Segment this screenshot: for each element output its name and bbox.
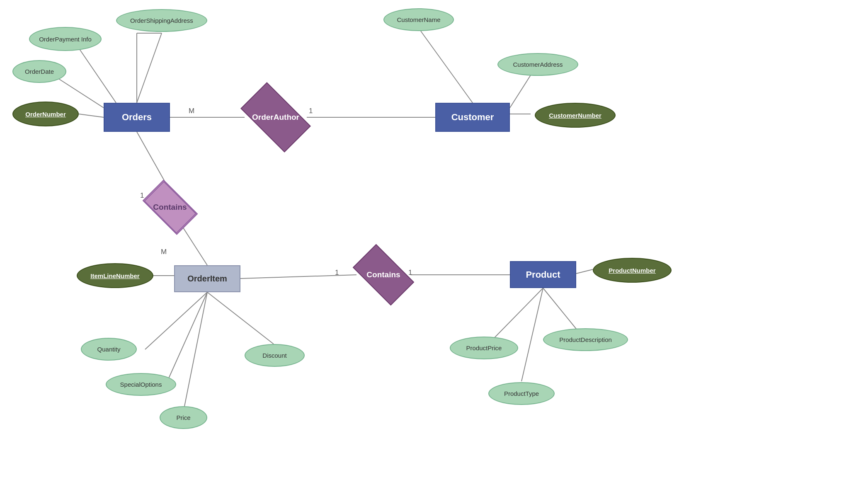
attr-ordershippingaddress: OrderShippingAddress [116,9,207,32]
cardinality-1c: 1 [335,269,339,277]
relationship-orderauthor: OrderAuthor [245,99,307,136]
attr-productnumber: ProductNumber [593,258,672,283]
svg-line-24 [576,269,593,274]
attr-quantity: Quantity [81,338,137,361]
relationship-contains2: Contains [357,258,410,291]
entity-customer: Customer [435,103,510,132]
svg-line-20 [207,292,274,344]
attr-ordernumber: OrderNumber [12,102,79,126]
attr-customernumber: CustomerNumber [535,103,616,128]
entity-orderitem: OrderItem [174,265,240,292]
svg-line-19 [184,292,207,406]
attr-discount: Discount [245,344,305,367]
entity-orders: Orders [104,103,170,132]
svg-line-2 [79,114,104,117]
svg-line-17 [145,292,207,349]
attr-customeraddress: CustomerAddress [497,53,578,76]
relationship-contains1: Contains [143,191,197,224]
cardinality-1d: 1 [408,269,412,277]
attr-itemlinenumber: ItemLineNumber [77,263,153,288]
attr-producttype: ProductType [488,382,555,405]
svg-line-15 [240,275,357,279]
connector-lines [0,0,844,504]
svg-line-10 [421,31,473,103]
attr-specialoptions: SpecialOptions [106,373,176,396]
attr-customername: CustomerName [383,8,454,31]
attr-productdescription: ProductDescription [543,328,628,351]
attr-price: Price [160,406,207,429]
svg-line-5 [137,33,162,103]
attr-orderdate: OrderDate [12,60,66,83]
svg-line-18 [166,292,207,385]
entity-product: Product [510,261,576,288]
cardinality-m2: M [161,248,167,256]
attr-productprice: ProductPrice [450,337,518,359]
attr-orderpaymentinfo: OrderPayment Info [29,27,102,51]
cardinality-1a: 1 [309,107,313,115]
svg-line-23 [521,288,543,381]
cardinality-1b: 1 [140,191,144,200]
er-diagram: Orders Customer OrderItem Product OrderA… [0,0,844,504]
cardinality-m1: M [189,107,194,115]
